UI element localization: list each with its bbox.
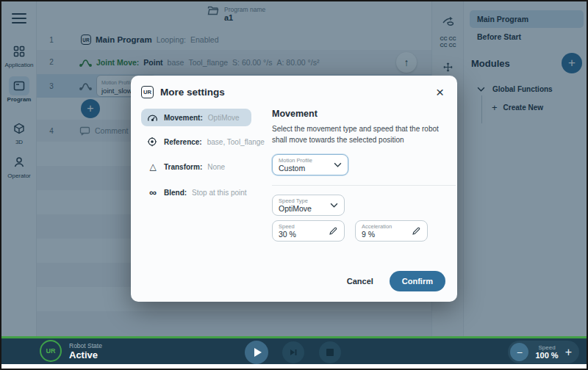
section-divider <box>272 185 456 186</box>
speed-control: − Speed 100 % + <box>508 341 579 363</box>
content-description: Select the movement type and speed that … <box>272 124 456 145</box>
speed-input[interactable]: Speed 30 % <box>272 220 345 242</box>
nav-item-movement[interactable]: Movement: OptiMove <box>141 109 251 126</box>
triangle-icon: △ <box>147 162 159 172</box>
content-heading: Movement <box>272 109 456 119</box>
plus-icon: + <box>565 346 572 358</box>
pencil-icon[interactable] <box>412 226 421 236</box>
motion-profile-select[interactable]: Motion Profile Custom <box>272 154 348 175</box>
nav-item-transform[interactable]: △ Transform: None <box>141 157 251 176</box>
nav-item-reference[interactable]: Reference: base, Tool_flange <box>141 132 251 151</box>
settings-nav: Movement: OptiMove Reference: base, Tool… <box>141 109 251 242</box>
control-bar: UR Robot State Active − Speed 100 % + <box>1 336 587 364</box>
minus-icon: − <box>517 347 523 358</box>
dialog-title: More settings <box>160 87 225 98</box>
close-icon[interactable]: × <box>433 87 447 98</box>
nav-value: None <box>207 163 225 171</box>
robot-state-label: Robot State <box>69 342 102 349</box>
speed-type-label: Speed Type <box>279 197 330 204</box>
more-settings-dialog: UR More settings × Movement: OptiMove Re… <box>131 76 457 302</box>
ur-logo-icon: UR <box>141 86 154 98</box>
robot-state-value: Active <box>69 349 102 360</box>
nav-item-blend[interactable]: ∞ Blend: Stop at this point <box>141 182 251 203</box>
gauge-icon <box>147 113 159 122</box>
confirm-button[interactable]: Confirm <box>390 271 445 291</box>
nav-label: Reference: <box>164 138 202 146</box>
nav-label: Movement: <box>164 114 203 122</box>
acceleration-input[interactable]: Acceleration 9 % <box>355 220 428 242</box>
pencil-icon[interactable] <box>329 226 338 236</box>
acceleration-value: 9 % <box>362 230 412 239</box>
speed-slider-value: 100 % <box>535 351 558 360</box>
play-button[interactable] <box>245 341 268 364</box>
speed-slider-label: Speed <box>535 344 558 351</box>
stop-button[interactable] <box>319 341 341 363</box>
speed-type-select[interactable]: Speed Type OptiMove <box>272 195 345 216</box>
speed-increase-button[interactable]: + <box>565 346 572 359</box>
settings-content: Movement Select the movement type and sp… <box>272 109 456 242</box>
play-icon <box>254 348 262 357</box>
speed-decrease-button[interactable]: − <box>510 343 528 361</box>
ur-ring-logo-icon: UR <box>40 340 62 362</box>
speed-type-value: OptiMove <box>279 204 330 213</box>
dialog-header: UR More settings × <box>141 86 447 98</box>
acceleration-label: Acceleration <box>362 223 412 230</box>
motion-profile-label: Motion Profile <box>279 157 334 164</box>
nav-value: base, Tool_flange <box>207 138 265 146</box>
cancel-button[interactable]: Cancel <box>347 277 373 286</box>
stop-icon <box>326 349 334 356</box>
speed-label: Speed <box>279 223 329 230</box>
step-button[interactable] <box>282 341 304 363</box>
speed-value: 30 % <box>279 230 329 239</box>
chevron-down-icon <box>334 162 342 167</box>
infinity-icon: ∞ <box>147 186 159 198</box>
nav-value: OptiMove <box>208 114 240 122</box>
motion-profile-value: Custom <box>279 164 334 173</box>
nav-label: Blend: <box>164 189 187 197</box>
chevron-down-icon <box>330 203 338 208</box>
robot-state-button[interactable]: UR Robot State Active <box>40 340 102 362</box>
nav-value: Stop at this point <box>192 189 247 197</box>
target-icon <box>147 137 159 147</box>
nav-label: Transform: <box>164 163 202 171</box>
app-window: Application Program 3D Operator <box>0 0 588 370</box>
step-icon <box>289 348 298 357</box>
